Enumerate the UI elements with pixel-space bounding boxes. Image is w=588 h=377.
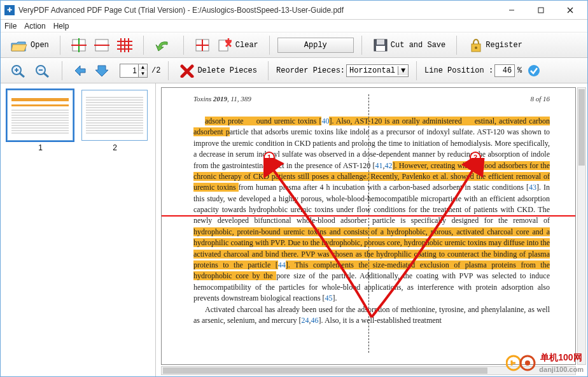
thumbnail-2[interactable]: 2: [81, 90, 148, 152]
thumb-1-number: 1: [7, 141, 74, 152]
line-position-input[interactable]: [494, 64, 515, 77]
cut-save-button[interactable]: Cut and Save: [370, 36, 449, 55]
thumb-2-number: 2: [81, 141, 148, 152]
svg-point-23: [475, 46, 477, 49]
region-badge-2: 2: [470, 152, 481, 163]
vertical-scrollbar[interactable]: [577, 87, 586, 365]
open-label: Open: [31, 41, 49, 50]
line-position-label: Line Position :: [424, 66, 493, 75]
region-badge-1: 1: [263, 152, 275, 163]
page-viewer[interactable]: Toxins 2019, 11, 389 8 of 16 adsorb prot…: [156, 83, 587, 376]
remove-split-button[interactable]: [192, 36, 213, 55]
zoom-out-button[interactable]: [31, 61, 54, 80]
close-button[interactable]: [556, 1, 585, 19]
reorder-value: Horizontal: [347, 66, 398, 75]
clear-label: Clear: [235, 41, 258, 50]
page-down-arrow[interactable]: ▼: [138, 71, 147, 77]
maximize-button[interactable]: [526, 1, 556, 19]
percent-label: %: [516, 66, 523, 75]
document-content: Toxins 2019, 11, 389 8 of 16 adsorb prot…: [193, 88, 550, 326]
page-total: /2: [149, 66, 160, 75]
svg-point-36: [525, 360, 530, 366]
minimize-button[interactable]: [497, 1, 526, 19]
delete-pieces-button[interactable]: Delete Pieces: [176, 61, 260, 80]
doc-header-left: Toxins 2019, 11, 389: [193, 94, 251, 104]
doc-paragraph-2: Activated charcoal has already been used…: [193, 304, 550, 327]
doc-paragraph-1: adsorb prote ound uremic toxins [40]. Al…: [193, 116, 550, 304]
watermark-logo-icon: [506, 353, 536, 373]
watermark: 单机100网danji100.com: [506, 352, 584, 374]
zoom-in-button[interactable]: [7, 61, 30, 80]
horizontal-scrollbar-thumb[interactable]: [163, 367, 487, 374]
svg-line-29: [44, 73, 48, 77]
svg-point-31: [528, 65, 540, 76]
split-horizontal-button[interactable]: [91, 36, 113, 55]
thumbnail-1[interactable]: 1: [7, 90, 74, 152]
menu-help[interactable]: Help: [53, 22, 69, 31]
vertical-scrollbar-thumb[interactable]: [578, 89, 585, 166]
clear-button[interactable]: Clear: [214, 36, 262, 55]
menu-file[interactable]: File: [4, 22, 17, 31]
svg-rect-20: [377, 39, 384, 45]
undo-button[interactable]: [151, 36, 176, 55]
watermark-url: danji100.com: [539, 366, 584, 373]
window-title: VeryPDF Advanced PDF Page Cut (Trial Ver…: [18, 6, 497, 15]
page-input[interactable]: [120, 66, 138, 75]
delete-pieces-label: Delete Pieces: [197, 66, 257, 75]
grid-button[interactable]: [114, 36, 136, 55]
split-vertical-button[interactable]: [68, 36, 90, 55]
horizontal-cut-line[interactable]: [162, 215, 575, 217]
prev-page-button[interactable]: [70, 61, 90, 80]
apply-button[interactable]: Apply: [277, 38, 354, 53]
thumbnail-panel: 1 2: [1, 83, 156, 376]
register-label: Register: [486, 41, 522, 50]
page-spinbox[interactable]: ▲▼: [120, 64, 148, 78]
next-page-button[interactable]: [92, 61, 112, 80]
cut-save-label: Cut and Save: [391, 41, 445, 50]
register-button[interactable]: Register: [465, 36, 526, 55]
svg-rect-21: [376, 46, 385, 51]
watermark-text: 单机100网: [540, 352, 582, 362]
reorder-label: Reorder Pieces:: [276, 66, 345, 75]
page-up-arrow[interactable]: ▲: [138, 64, 147, 71]
vertical-cut-line[interactable]: [368, 94, 369, 353]
reorder-select[interactable]: Horizontal ▼: [346, 64, 409, 77]
chevron-down-icon: ▼: [398, 66, 408, 75]
confirm-position-button[interactable]: [524, 61, 543, 80]
doc-header-right: 8 of 16: [530, 94, 550, 104]
app-icon: ✚: [4, 5, 15, 15]
svg-rect-1: [538, 8, 543, 13]
open-button[interactable]: Open: [7, 36, 52, 55]
svg-line-25: [20, 73, 24, 77]
apply-label: Apply: [304, 41, 327, 50]
menu-action[interactable]: Action: [24, 22, 45, 31]
